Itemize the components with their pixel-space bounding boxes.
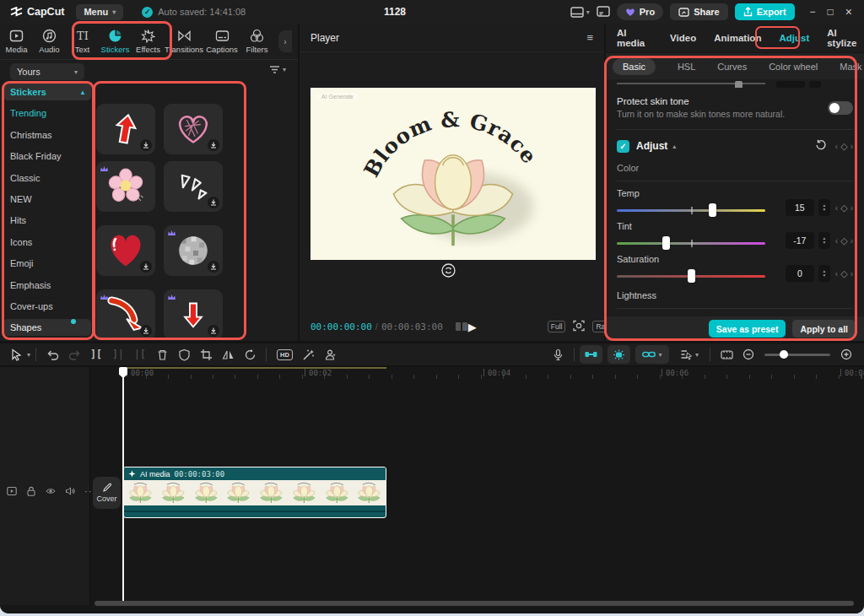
hd-quality-button[interactable]: HD <box>277 349 293 360</box>
delete-button[interactable] <box>151 345 173 364</box>
apply-to-all-button[interactable]: Apply to all <box>792 320 856 338</box>
keyframe-controls[interactable]: ‹◇› <box>835 203 853 213</box>
crop-button[interactable] <box>195 345 217 364</box>
tint-value[interactable]: -17 <box>786 232 814 249</box>
category-trending[interactable]: Trending <box>3 105 91 122</box>
category-christmas[interactable]: Christmas <box>3 127 91 143</box>
tint-slider[interactable] <box>617 236 765 250</box>
mirror-button[interactable] <box>217 345 239 364</box>
tab-ai-media[interactable]: AI media <box>617 28 652 48</box>
saturation-stepper[interactable]: ▴▾ <box>818 265 830 282</box>
canvas-handle[interactable] <box>310 252 312 260</box>
sticker-red-arrow-up[interactable] <box>96 104 155 154</box>
split-keep-right-button[interactable]: |[ <box>129 345 151 364</box>
maximize-button[interactable]: □ <box>828 6 834 18</box>
tab-animation[interactable]: Animation <box>714 33 761 43</box>
layout-toggle-button[interactable]: ▾ <box>570 7 590 18</box>
main-track-magnet-button[interactable] <box>580 345 602 364</box>
split-keep-left-button[interactable]: ]| <box>107 345 129 364</box>
temp-slider[interactable] <box>617 203 765 217</box>
split-button[interactable]: ][ <box>85 345 107 364</box>
pro-button[interactable]: Pro <box>617 3 663 20</box>
tab-captions[interactable]: Captions <box>203 29 240 54</box>
source-dropdown[interactable]: Yours ▾ <box>10 63 84 80</box>
mask-button[interactable] <box>173 345 195 364</box>
category-shapes[interactable]: Shapes <box>3 319 91 336</box>
loop-playback-button[interactable] <box>441 263 456 278</box>
full-button[interactable]: Full <box>548 321 566 332</box>
category-emoji[interactable]: Emoji <box>3 255 91 272</box>
tab-ai-stylize[interactable]: AI stylize <box>827 28 864 48</box>
zoom-fit-icon[interactable] <box>573 320 585 333</box>
track-type-icon[interactable] <box>7 486 17 496</box>
timeline-clip-ai-media[interactable]: AI media 00:00:03:00 <box>123 467 386 518</box>
category-hits[interactable]: Hits <box>3 212 91 229</box>
redo-button[interactable] <box>63 345 85 364</box>
tint-stepper[interactable]: ▴▾ <box>818 232 830 249</box>
category-classic[interactable]: Classic <box>3 170 91 186</box>
tab-adjust[interactable]: Adjust <box>779 33 809 43</box>
eye-icon[interactable] <box>46 486 56 496</box>
track-select-mode-button[interactable]: ▾ <box>674 345 705 364</box>
tab-transitions[interactable]: Transitions <box>165 29 203 54</box>
sticker-scribble-heart[interactable] <box>164 104 223 154</box>
download-icon[interactable] <box>208 325 219 337</box>
subtab-hsl[interactable]: HSL <box>678 62 695 72</box>
player-menu-icon[interactable]: ≡ <box>586 31 593 44</box>
export-button[interactable]: Export <box>735 3 795 20</box>
preview-canvas[interactable]: AI Generate Bloom & Grace <box>310 88 596 260</box>
lock-icon[interactable] <box>26 486 36 496</box>
slider-handle[interactable] <box>662 236 670 250</box>
magic-wand-button[interactable] <box>298 345 320 364</box>
subtab-curves[interactable]: Curves <box>717 62 747 72</box>
tab-media[interactable]: Media <box>0 29 33 54</box>
download-icon[interactable] <box>208 261 219 273</box>
close-button[interactable]: × <box>845 5 852 19</box>
sticker-down-arrow[interactable] <box>164 289 223 340</box>
category-black-friday[interactable]: Black Friday <box>3 148 91 165</box>
saturation-slider[interactable] <box>617 269 765 283</box>
category-emphasis[interactable]: Emphasis <box>3 277 91 294</box>
download-icon[interactable] <box>140 139 152 151</box>
canvas-handle[interactable] <box>594 252 596 260</box>
download-icon[interactable] <box>208 197 219 208</box>
cover-button[interactable]: Cover <box>93 477 121 509</box>
sticker-pixel-sphere[interactable] <box>164 225 223 276</box>
subtab-mask[interactable]: Mask <box>840 62 861 72</box>
sticker-curved-arrow[interactable] <box>96 289 155 340</box>
share-button[interactable]: Share <box>670 3 728 20</box>
reset-button[interactable] <box>815 139 827 153</box>
protect-skin-tone-toggle[interactable] <box>828 101 853 115</box>
tab-text[interactable]: TI Text <box>66 29 99 54</box>
download-icon[interactable] <box>208 139 219 151</box>
more-tabs-button[interactable]: › <box>278 30 292 52</box>
tab-filters[interactable]: Filters <box>240 29 273 54</box>
linking-button[interactable]: ▾ <box>635 345 669 364</box>
tab-audio[interactable]: Audio <box>33 29 66 54</box>
download-icon[interactable] <box>140 261 152 273</box>
timeline-horizontal-scrollbar[interactable] <box>94 601 854 606</box>
keyframe-controls[interactable]: ‹◇› <box>835 141 853 152</box>
minimize-button[interactable]: − <box>810 6 816 18</box>
play-button[interactable]: ▶ <box>468 321 477 333</box>
select-tool-button[interactable] <box>5 345 27 364</box>
tab-effects[interactable]: Effects <box>132 29 165 54</box>
auto-preview-button[interactable] <box>608 345 630 364</box>
zoom-slider-handle[interactable] <box>780 350 788 359</box>
save-as-preset-button[interactable]: Save as preset <box>709 320 786 338</box>
sticker-pink-flower[interactable] <box>96 161 155 212</box>
sort-filter-button[interactable]: ▾ <box>269 65 286 74</box>
keyframe-controls[interactable]: ‹◇› <box>835 268 853 279</box>
canvas-handle[interactable] <box>594 88 596 95</box>
keyframe-controls[interactable]: ‹◇› <box>835 235 853 246</box>
timeline-zoom-slider[interactable] <box>764 349 830 359</box>
collapse-caret-icon[interactable]: ▴ <box>672 143 676 150</box>
record-voiceover-button[interactable] <box>547 345 569 364</box>
tab-stickers[interactable]: Stickers <box>99 29 132 54</box>
undo-button[interactable] <box>41 345 63 364</box>
slider-handle[interactable] <box>709 203 716 217</box>
menu-button[interactable]: Menu▾ <box>76 4 123 20</box>
panel-layout-button[interactable] <box>597 6 610 19</box>
category-icons[interactable]: Icons <box>3 234 91 251</box>
ai-character-button[interactable] <box>320 345 342 364</box>
